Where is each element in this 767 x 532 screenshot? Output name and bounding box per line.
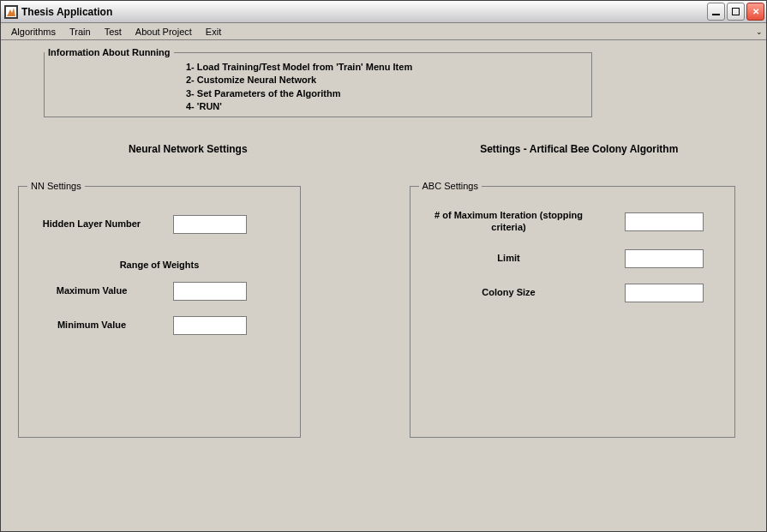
abc-legend: ABC Settings xyxy=(419,181,482,191)
hidden-layer-row: Hidden Layer Number xyxy=(27,215,291,234)
window-title: Thesis Application xyxy=(21,6,707,18)
info-body: 1- Load Training/Test Model from 'Train'… xyxy=(45,57,591,123)
menu-about[interactable]: About Project xyxy=(129,25,199,39)
limit-input[interactable] xyxy=(625,249,704,268)
abc-groupbox: ABC Settings # of Maximum Iteration (sto… xyxy=(410,181,735,438)
menu-algorithms[interactable]: Algorithms xyxy=(4,25,63,39)
hidden-layer-input[interactable] xyxy=(173,215,247,234)
menubar-chevron-icon[interactable]: ⌄ xyxy=(756,27,763,36)
nn-legend: NN Settings xyxy=(27,181,85,191)
max-value-row: Maximum Value xyxy=(27,282,291,301)
max-value-input[interactable] xyxy=(173,282,247,301)
maximize-button[interactable] xyxy=(727,3,745,21)
main-window: Thesis Application ✕ Algorithms Train Te… xyxy=(0,0,767,532)
left-column: Neural Network Settings NN Settings Hidd… xyxy=(18,133,358,438)
menu-train[interactable]: Train xyxy=(63,25,98,39)
min-value-input[interactable] xyxy=(173,316,247,335)
info-line: 4- 'RUN' xyxy=(186,100,581,113)
max-value-label: Maximum Value xyxy=(27,285,156,297)
menubar: Algorithms Train Test About Project Exit… xyxy=(1,23,766,40)
hidden-layer-label: Hidden Layer Number xyxy=(27,218,156,230)
settings-columns: Neural Network Settings NN Settings Hidd… xyxy=(18,133,749,438)
min-value-label: Minimum Value xyxy=(27,320,156,332)
nn-heading: Neural Network Settings xyxy=(18,143,358,155)
colony-input[interactable] xyxy=(625,284,704,302)
info-line: 1- Load Training/Test Model from 'Train'… xyxy=(186,61,581,74)
max-iter-label: # of Maximum Iteration (stopping criteri… xyxy=(419,210,599,234)
limit-label: Limit xyxy=(419,253,599,265)
menu-test[interactable]: Test xyxy=(98,25,129,39)
max-iter-input[interactable] xyxy=(625,212,704,231)
max-iter-row: # of Maximum Iteration (stopping criteri… xyxy=(419,210,726,234)
info-legend: Information About Running xyxy=(45,47,174,57)
range-heading: Range of Weights xyxy=(27,260,291,270)
menu-exit[interactable]: Exit xyxy=(199,25,228,39)
info-line: 3- Set Parameters of the Algorithm xyxy=(186,87,581,100)
app-icon xyxy=(4,5,18,19)
nn-groupbox: NN Settings Hidden Layer Number Range of… xyxy=(18,181,301,438)
info-groupbox: Information About Running 1- Load Traini… xyxy=(44,47,592,117)
window-controls: ✕ xyxy=(707,3,764,21)
right-column: Settings - Artifical Bee Colony Algorith… xyxy=(410,133,750,438)
abc-heading: Settings - Artifical Bee Colony Algorith… xyxy=(410,143,750,155)
info-line: 2- Customize Neural Network xyxy=(186,74,581,87)
minimize-button[interactable] xyxy=(707,3,725,21)
colony-row: Colony Size xyxy=(419,284,726,302)
titlebar: Thesis Application ✕ xyxy=(1,1,766,23)
content-area: Information About Running 1- Load Traini… xyxy=(1,40,766,531)
limit-row: Limit xyxy=(419,249,726,268)
close-button[interactable]: ✕ xyxy=(746,3,764,21)
min-value-row: Minimum Value xyxy=(27,316,291,335)
colony-label: Colony Size xyxy=(419,287,599,299)
